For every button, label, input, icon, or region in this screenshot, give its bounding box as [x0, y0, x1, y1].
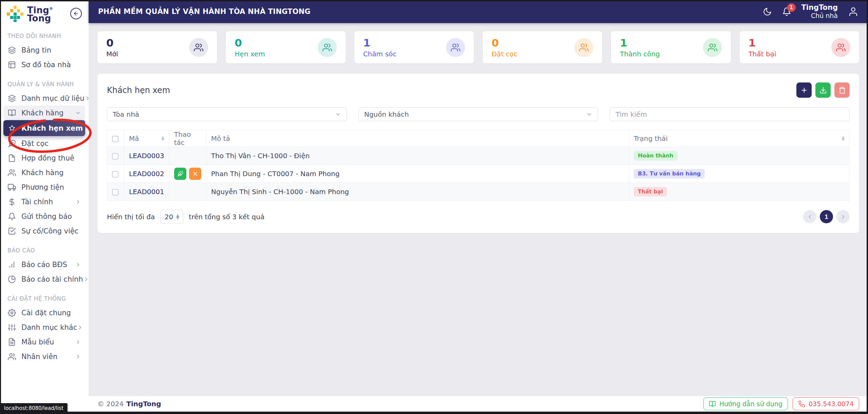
current-page-button[interactable]: 1 — [820, 210, 833, 223]
delete-button[interactable] — [834, 82, 850, 98]
sidebar-item-khach-hang[interactable]: Khách hàng — [3, 165, 85, 180]
logo-row: Ting® Tong — [0, 0, 89, 27]
leads-table: Mã▲▼ Thao tác Mô tả Trạng thái▲▼ LEAD000… — [107, 130, 850, 201]
next-page-button[interactable] — [836, 210, 850, 223]
previous-page-button[interactable] — [803, 210, 816, 223]
phone-icon — [798, 400, 805, 408]
plus-icon — [800, 87, 808, 94]
account-info[interactable]: TingTong Chủ nhà — [801, 3, 838, 20]
select-all-checkbox[interactable] — [112, 136, 118, 142]
add-button[interactable] — [796, 82, 812, 98]
sidebar-item-khach-hang-group[interactable]: Khách hàng — [3, 106, 85, 120]
table-header-row: Mã▲▼ Thao tác Mô tả Trạng thái▲▼ — [107, 130, 850, 147]
lead-code-link[interactable]: LEAD0003 — [129, 152, 164, 160]
sidebar-item-danh-muc-khac[interactable]: Danh mục khác — [3, 320, 85, 335]
sidebar-item-khach-hen-xem[interactable]: Khách hẹn xem — [3, 120, 85, 136]
copyright-text: © 2024 — [97, 400, 124, 408]
table-row: LEAD0002 Phan Thị Dung - CT0007 - Nam Ph… — [107, 165, 850, 183]
users-icon — [703, 38, 722, 57]
total-results-label: trên tổng số 3 kết quả — [189, 213, 264, 221]
sidebar-item-bao-cao-tai-chinh[interactable]: Báo cáo tài chính — [3, 272, 85, 286]
sidebar-item-gui-thong-bao[interactable]: Gửi thông báo — [3, 209, 85, 224]
cancel-row-button[interactable] — [189, 168, 201, 180]
window-edge — [0, 0, 868, 1]
sidebar-item-hop-dong-thue[interactable]: Hợp đồng thuê — [3, 151, 85, 165]
row-checkbox[interactable] — [112, 189, 118, 195]
panel-title: Khách hẹn xem — [107, 86, 170, 95]
notifications-button[interactable]: 1 — [782, 7, 791, 16]
user-icon — [848, 6, 858, 17]
sidebar-collapse-button[interactable] — [70, 8, 82, 19]
users-icon — [446, 38, 465, 57]
pagination-row: Hiển thị tối đa 20 ▲▼ trên tổng số 3 kết… — [107, 210, 850, 224]
file-text-icon — [7, 338, 16, 346]
status-badge: B3. Tư vấn bán hàng — [634, 169, 705, 178]
page-size-stepper[interactable]: 20 ▲▼ — [160, 210, 183, 224]
truck-icon — [7, 183, 16, 191]
chevron-right-icon — [75, 199, 81, 205]
building-select[interactable]: Tòa nhà — [107, 107, 347, 121]
users-icon — [7, 169, 16, 177]
sort-icon[interactable]: ▲▼ — [842, 136, 845, 141]
sidebar-item-bao-cao-bds[interactable]: Báo cáo BĐS — [3, 257, 85, 272]
window-edge — [0, 0, 1, 414]
moon-icon — [763, 7, 772, 16]
stat-card-hen-xem: 0Hẹn xem — [226, 31, 345, 63]
sidebar-item-danh-muc-du-lieu[interactable]: Danh mục dữ liệu — [3, 91, 85, 106]
sort-icon[interactable]: ▲▼ — [161, 136, 164, 141]
check-square-icon — [7, 227, 16, 235]
lead-code-link[interactable]: LEAD0001 — [129, 188, 164, 196]
pie-chart-icon — [7, 275, 16, 283]
sidebar-item-nhan-vien[interactable]: Nhân viên — [3, 349, 85, 364]
chevron-right-icon — [85, 95, 89, 101]
profile-button[interactable] — [848, 6, 858, 17]
user-guide-button[interactable]: Hướng dẫn sử dụng — [703, 397, 788, 410]
trash-icon — [838, 87, 846, 94]
dollar-icon — [7, 198, 16, 206]
stat-card-that-bai: 1Thất bại — [740, 31, 859, 63]
chevron-left-icon — [807, 214, 813, 220]
chevron-down-icon — [335, 111, 341, 117]
sidebar-item-tai-chinh[interactable]: Tài chính — [3, 194, 85, 209]
bell-icon — [7, 212, 16, 221]
sidebar-item-su-co-cong-viec[interactable]: Sự cố/Công việc — [3, 224, 85, 238]
sidebar: Ting® Tong THEO DÕI NHANH Bảng tin Sơ đồ… — [0, 0, 89, 412]
edit-row-button[interactable] — [174, 168, 186, 180]
sidebar-item-so-do-toa-nha[interactable]: Sơ đồ tòa nhà — [3, 57, 85, 72]
tingtong-logo-text[interactable]: Ting® Tong — [27, 5, 53, 22]
row-checkbox[interactable] — [112, 171, 118, 177]
users-icon — [189, 38, 208, 57]
layers-icon — [7, 94, 16, 102]
sidebar-item-phuong-tien[interactable]: Phương tiện — [3, 180, 85, 194]
dark-mode-toggle[interactable] — [763, 7, 772, 16]
source-select[interactable]: Nguồn khách — [358, 107, 598, 121]
footer-brand-link[interactable]: TingTong — [126, 400, 161, 408]
page-size-label: Hiển thị tối đa — [107, 213, 155, 221]
users-icon — [7, 353, 16, 361]
layers-icon — [7, 46, 16, 54]
users-icon — [831, 38, 850, 57]
notification-badge: 1 — [787, 3, 796, 12]
gear-icon — [7, 309, 16, 317]
file-icon — [7, 154, 16, 162]
table-row: LEAD0003 Tho Thị Vân - CH-1000 - Điện Ho… — [107, 147, 850, 165]
download-icon — [819, 87, 827, 94]
star-icon — [7, 125, 16, 131]
row-checkbox[interactable] — [112, 153, 118, 159]
chevron-right-icon — [83, 276, 89, 282]
top-header: PHẦN MỀM QUẢN LÝ VẬN HÀNH TÒA NHÀ TINGTO… — [89, 0, 868, 23]
sidebar-item-dat-coc[interactable]: Đặt cọc — [3, 136, 85, 151]
sidebar-item-bang-tin[interactable]: Bảng tin — [3, 43, 85, 57]
sidebar-item-mau-bieu[interactable]: Mẫu biểu — [3, 335, 85, 349]
lead-code-link[interactable]: LEAD0002 — [129, 170, 164, 178]
status-badge: Hoàn thành — [634, 151, 678, 161]
hotline-button[interactable]: 035.543.0074 — [793, 397, 859, 410]
header-actions: 1 TingTong Chủ nhà — [763, 3, 858, 20]
search-input[interactable] — [610, 107, 850, 121]
stepper-arrows-icon: ▲▼ — [176, 214, 179, 220]
export-button[interactable] — [815, 82, 831, 98]
feather-icon — [177, 171, 183, 177]
sidebar-item-cai-dat-chung[interactable]: Cài đặt chung — [3, 305, 85, 320]
chevron-right-icon — [840, 214, 846, 220]
arrow-left-icon — [73, 11, 79, 17]
